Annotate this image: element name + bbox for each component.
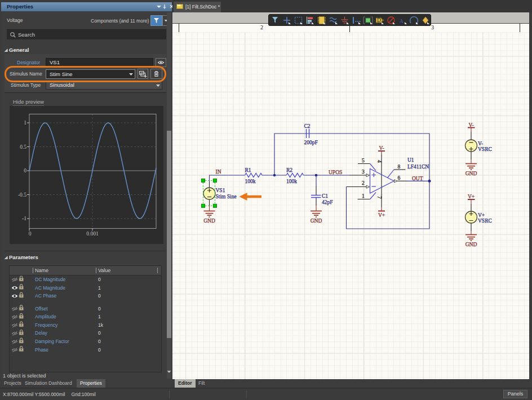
svg-text:A: A — [400, 19, 404, 24]
svg-text:U1: U1 — [407, 157, 414, 163]
svg-text:7: 7 — [376, 196, 382, 199]
svg-text:1: 1 — [24, 120, 26, 126]
svg-text:GND: GND — [466, 242, 477, 247]
svg-text:R1: R1 — [245, 167, 251, 173]
svg-text:V+: V+ — [468, 194, 475, 199]
svg-text:3: 3 — [362, 169, 365, 175]
svg-text:V-: V- — [379, 145, 384, 151]
svg-text:V-: V- — [478, 141, 483, 146]
svg-text:VS1: VS1 — [216, 188, 225, 193]
svg-text:V+: V+ — [478, 212, 485, 218]
svg-text:Stim Sine: Stim Sine — [216, 194, 237, 199]
svg-text:R2: R2 — [286, 167, 292, 173]
svg-text:100k: 100k — [286, 179, 297, 184]
svg-text:GND: GND — [466, 171, 477, 176]
svg-text:C1: C1 — [322, 193, 328, 199]
svg-text:IN: IN — [216, 169, 221, 175]
svg-text:0: 0 — [24, 168, 26, 174]
svg-text:0.001: 0.001 — [86, 231, 99, 237]
svg-text:-0.5: -0.5 — [18, 192, 26, 198]
svg-text:UPOS: UPOS — [329, 170, 342, 175]
svg-text:2: 2 — [362, 180, 365, 186]
svg-text:VSRC: VSRC — [478, 146, 492, 152]
svg-text:42pF: 42pF — [322, 199, 333, 205]
svg-text:GND: GND — [311, 218, 322, 224]
svg-text:V+: V+ — [378, 212, 385, 218]
svg-text:6: 6 — [398, 175, 401, 181]
svg-text:200pF: 200pF — [304, 140, 318, 145]
svg-text:OUT: OUT — [412, 176, 423, 181]
svg-text:D1: D1 — [377, 17, 384, 23]
svg-text:0.5: 0.5 — [20, 144, 26, 150]
svg-text:1: 1 — [362, 193, 365, 199]
svg-text:-1: -1 — [22, 216, 26, 221]
svg-text:GND: GND — [203, 218, 215, 224]
svg-text:V-: V- — [468, 122, 473, 128]
svg-text:100k: 100k — [245, 179, 256, 184]
svg-text:LF411CN: LF411CN — [407, 164, 429, 170]
svg-text:5: 5 — [362, 158, 365, 163]
svg-text:8: 8 — [398, 164, 401, 170]
svg-text:0: 0 — [29, 231, 32, 237]
svg-text:VSRC: VSRC — [478, 218, 492, 224]
svg-text:4: 4 — [376, 160, 382, 163]
svg-text:C2: C2 — [304, 123, 311, 129]
